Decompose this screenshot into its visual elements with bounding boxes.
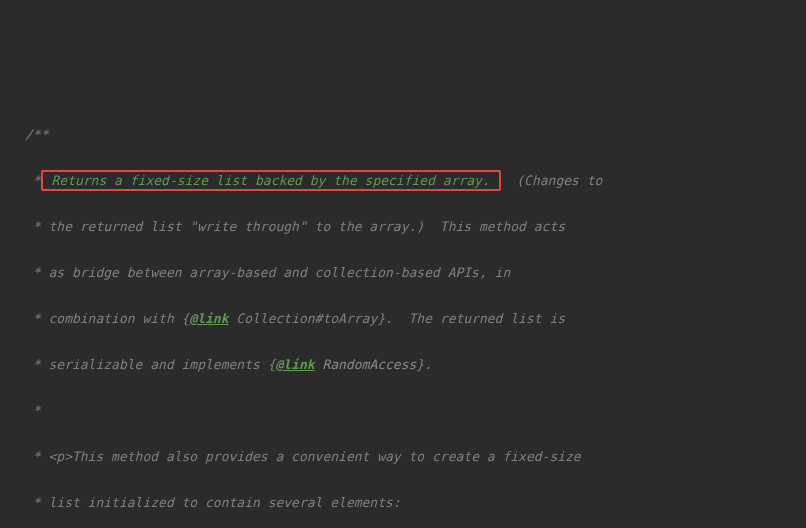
javadoc-text: Collection#toArray}. The returned list i… <box>229 311 566 326</box>
code-editor[interactable]: /** * Returns a fixed-size list backed b… <box>0 92 806 528</box>
link-tag: @link <box>189 311 228 326</box>
link-tag: @link <box>275 357 314 372</box>
javadoc-text: (Changes to <box>501 173 603 188</box>
javadoc-open: /** <box>25 127 48 142</box>
javadoc-star: * <box>25 403 41 418</box>
javadoc-text: * serializable and implements { <box>25 357 275 372</box>
javadoc-text: * as bridge between array-based and coll… <box>25 265 510 280</box>
javadoc-text: >This method also provides a convenient … <box>64 449 581 464</box>
javadoc-text: * the returned list "write through" to t… <box>25 219 565 234</box>
javadoc-text: * < <box>25 449 56 464</box>
highlight-box: Returns a fixed-size list backed by the … <box>41 170 501 191</box>
javadoc-text: * list initialized to contain several el… <box>25 495 401 510</box>
javadoc-text: * combination with { <box>25 311 189 326</box>
javadoc-text: }. <box>416 357 432 372</box>
javadoc-summary: Returns a fixed-size list backed by the … <box>44 173 498 188</box>
link-target: RandomAccess <box>315 357 417 372</box>
html-tag: p <box>56 449 64 464</box>
javadoc-star: * <box>25 173 41 188</box>
